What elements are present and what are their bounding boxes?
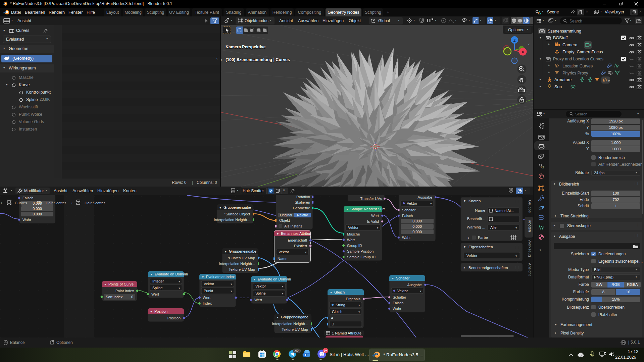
svg-text:A: A [331, 316, 334, 320]
svg-text:Is Valid: Is Valid [367, 219, 379, 223]
svg-text:Vektor: Vektor [348, 225, 359, 229]
svg-text:Warning ...: Warning ... [467, 225, 485, 229]
svg-text:Sample Position: Sample Position [347, 249, 374, 253]
svg-text:▾: ▾ [515, 226, 517, 229]
svg-text:▾: ▾ [202, 275, 204, 279]
svg-text:*Curves UV Map: *Curves UV Map [228, 256, 255, 260]
svg-text:0.000: 0.000 [33, 212, 42, 216]
svg-text:Evaluate on Domain: Evaluate on Domain [155, 272, 188, 276]
svg-text:Wahr: Wahr [393, 307, 401, 311]
svg-text:Wert: Wert [371, 214, 379, 218]
svg-text:Wert: Wert [347, 238, 355, 242]
svg-text:Wert: Wert [203, 296, 210, 300]
svg-text:Sort Index: Sort Index [106, 295, 123, 299]
svg-text:▾: ▾ [346, 207, 348, 211]
svg-text:Knoten: Knoten [468, 199, 481, 203]
svg-text:▾: ▾ [430, 202, 432, 205]
svg-text:▾: ▾ [277, 232, 279, 236]
svg-text:Geometrie: Geometrie [293, 206, 310, 210]
svg-text:▾: ▾ [179, 287, 180, 290]
svg-text:Rotation: Rotation [296, 195, 310, 199]
svg-text:0: 0 [131, 295, 133, 299]
svg-text:Interpolation Neighb...: Interpolation Neighb... [214, 218, 250, 222]
svg-text:Gruppeneingabe: Gruppeneingabe [281, 315, 308, 319]
svg-text:Evaluate at Index: Evaluate at Index [206, 275, 235, 279]
svg-text:▾: ▾ [392, 276, 394, 280]
svg-text:▸: ▸ [464, 266, 465, 269]
svg-text:▾: ▾ [282, 285, 284, 288]
svg-text:Gruppeneingabe: Gruppeneingabe [229, 249, 256, 253]
svg-text:▾: ▾ [277, 315, 279, 319]
svg-text:Gruppe: Gruppe [528, 200, 532, 213]
svg-text:▾: ▾ [515, 254, 517, 258]
svg-text:Gleich: Gleich [334, 290, 345, 294]
svg-text:Group ID: Group ID [347, 244, 362, 248]
svg-text:Objekt: Objekt [279, 218, 290, 222]
svg-text:⋮⋮: ⋮⋮ [514, 199, 520, 203]
svg-text:Original: Original [280, 213, 292, 217]
svg-text:›: › [71, 201, 72, 205]
svg-text:▾: ▾ [151, 272, 152, 276]
svg-text:Hair Scatter: Hair Scatter [46, 201, 66, 205]
svg-text:Integer: Integer [152, 279, 164, 283]
svg-text:Vektor: Vektor [466, 254, 478, 258]
svg-text:Index: Index [203, 301, 212, 305]
svg-text:▾: ▾ [150, 310, 152, 313]
svg-text:Spline: Spline [255, 291, 266, 295]
svg-text:Interpolation Neighb...: Interpolation Neighb... [219, 262, 255, 266]
svg-text:Wahr: Wahr [402, 236, 411, 240]
svg-text:Schalter: Schalter [393, 295, 406, 299]
svg-text:Sample Nearest Surf...: Sample Nearest Surf... [350, 207, 388, 211]
svg-text:Ergebnis: Ergebnis [346, 297, 361, 301]
svg-text:Sample Group ID: Sample Group ID [347, 255, 376, 259]
svg-text:▾: ▾ [377, 226, 379, 229]
svg-text:Points of Curve: Points of Curve [108, 282, 134, 286]
svg-text:⋮⋮: ⋮⋮ [514, 266, 520, 269]
svg-text:Falsch: Falsch [393, 301, 403, 305]
svg-text:Ausgabe: Ausgabe [418, 195, 432, 199]
svg-text:›: › [33, 201, 34, 205]
svg-text:Vektor: Vektor [397, 289, 408, 293]
svg-text:Name: Name [278, 257, 287, 261]
svg-text:▾: ▾ [282, 292, 284, 295]
svg-text:▾: ▾ [254, 277, 255, 281]
svg-text:▾: ▾ [104, 282, 106, 286]
svg-text:▾: ▾ [330, 291, 332, 294]
svg-text:Wahr: Wahr [22, 218, 31, 222]
svg-text:▾: ▾ [358, 304, 360, 307]
svg-text:1 Named Attribute: 1 Named Attribute [332, 331, 361, 335]
svg-text:Benanntes Attribut: Benanntes Attribut [281, 231, 311, 236]
svg-text:▸: ▸ [468, 236, 469, 240]
svg-text:Gruppeneingabe: Gruppeneingabe [224, 205, 251, 209]
svg-text:Vektor: Vektor [279, 250, 289, 254]
svg-text:Wert: Wert [254, 298, 262, 302]
svg-text:Als Instanz: Als Instanz [284, 224, 302, 228]
svg-text:Vektor: Vektor [255, 284, 266, 288]
svg-text:Werkzeug: Werkzeug [528, 240, 532, 257]
svg-text:›: › [1, 201, 2, 205]
svg-text:▾: ▾ [464, 199, 465, 203]
svg-text:▾: ▾ [358, 310, 360, 314]
svg-text:Transfer UVs: Transfer UVs [360, 197, 382, 201]
svg-text:Ansicht: Ansicht [528, 263, 532, 276]
svg-text:▾: ▾ [231, 290, 232, 293]
svg-text:Vektor: Vektor [407, 201, 417, 205]
svg-text:Benutzereigenschaften: Benutzereigenschaften [468, 266, 508, 270]
svg-text:Hair Scatter: Hair Scatter [85, 201, 105, 205]
svg-text:Falsch: Falsch [402, 214, 413, 218]
svg-text:▾: ▾ [305, 251, 307, 254]
svg-text:Falsch: Falsch [22, 196, 33, 200]
svg-text:Farbe: Farbe [478, 236, 488, 240]
svg-text:Evaluate on Domain: Evaluate on Domain [258, 277, 291, 281]
svg-text:Schalter: Schalter [402, 208, 416, 212]
svg-text:▾: ▾ [464, 245, 465, 249]
svg-text:Alle: Alle [490, 225, 496, 229]
svg-text:Wert: Wert [151, 292, 159, 296]
svg-text:Interpolation Neighb...: Interpolation Neighb... [272, 322, 308, 326]
svg-text:Schalter: Schalter [396, 276, 410, 280]
svg-text:0.000: 0.000 [412, 219, 422, 223]
svg-text:Knoten: Knoten [528, 220, 532, 232]
svg-text:▾: ▾ [219, 206, 221, 209]
svg-text:*Surface Object: *Surface Object [224, 212, 250, 216]
svg-text:Point Index: Point Index [115, 289, 134, 293]
